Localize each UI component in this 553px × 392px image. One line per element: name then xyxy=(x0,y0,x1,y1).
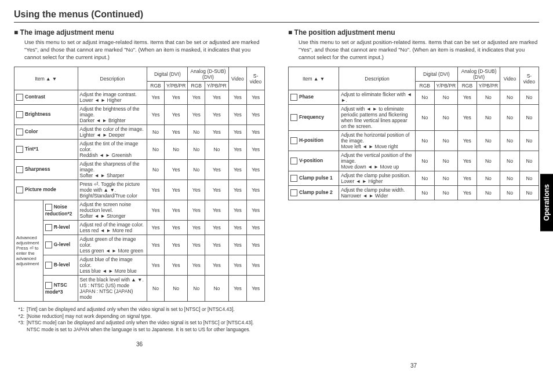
g-level-icon xyxy=(45,241,52,248)
image-menu-intro: Use this menu to set or adjust image-rel… xyxy=(24,39,265,61)
picture-mode-icon xyxy=(16,186,23,193)
position-menu-table: Item ▲ ▼ Description Digital (DVI) Analo… xyxy=(288,67,539,200)
b-level-icon xyxy=(45,262,52,269)
col-svideo: S-video xyxy=(519,67,539,90)
table-row: H-positionAdjust the horizontal position… xyxy=(289,131,539,151)
right-column: The position adjustment menu Use this me… xyxy=(288,28,539,369)
hpos-icon xyxy=(290,137,297,144)
image-menu-table: Item ▲ ▼ Description Digital (DVI) Analo… xyxy=(14,67,265,302)
table-header-row: Item ▲ ▼ Description Digital (DVI) Analo… xyxy=(289,67,539,82)
table-row: SharpnessAdjust the sharpness of the ima… xyxy=(14,160,265,180)
table-row: ContrastAdjust the image contrast.Lower … xyxy=(14,90,265,105)
phase-icon xyxy=(290,94,297,101)
vpos-icon xyxy=(290,157,297,164)
image-menu-heading: The image adjustment menu xyxy=(14,28,265,36)
position-menu-heading: The position adjustment menu xyxy=(288,28,539,36)
table-row: V-positionAdjust the vertical position o… xyxy=(289,151,539,171)
table-row: PhaseAdjust to eliminate flicker with ◄ … xyxy=(289,90,539,105)
clamp2-icon xyxy=(290,189,297,196)
table-row: B-levelAdjust blue of the image color.Le… xyxy=(14,255,265,276)
left-column: The image adjustment menu Use this menu … xyxy=(14,28,265,369)
col-video: Video xyxy=(228,67,247,90)
frequency-icon xyxy=(290,114,297,121)
color-icon xyxy=(16,129,23,135)
table-row: Clamp pulse 2Adjust the clamp pulse widt… xyxy=(289,186,539,200)
clamp1-icon xyxy=(290,175,297,182)
contrast-icon xyxy=(16,94,23,101)
table-row: Picture modePress ⏎. Toggle the picture … xyxy=(14,180,265,200)
col-dsub: Analog (D-SUB)(DVI) xyxy=(458,67,500,82)
table-row: G-levelAdjust green of the image color.L… xyxy=(14,235,265,255)
sharpness-icon xyxy=(16,166,23,173)
table-row: Advanced adjustmentPress ⏎ to enter the … xyxy=(14,200,265,221)
section-tab-operations: Operations xyxy=(540,174,553,231)
col-dvi: Digital (DVI) xyxy=(415,67,457,82)
r-level-icon xyxy=(45,224,52,231)
table-row: FrequencyAdjust with ◄ ► to eliminate pe… xyxy=(289,105,539,131)
col-desc: Description xyxy=(339,67,416,90)
table-header-row: Item ▲ ▼ Description Digital (DVI) Analo… xyxy=(14,67,265,82)
position-menu-intro: Use this menu to set or adjust position-… xyxy=(299,39,539,61)
table-row: R-levelAdjust red of the image color.Les… xyxy=(14,221,265,235)
table-row: Tint*1Adjust the tint of the image color… xyxy=(14,140,265,160)
brightness-icon xyxy=(16,111,23,118)
ntsc-icon xyxy=(45,282,52,289)
col-item: Item ▲ ▼ xyxy=(14,67,78,90)
page-title: Using the menus (Continued) xyxy=(14,9,539,23)
col-dsub: Analog (D-SUB)(DVI) xyxy=(188,67,228,82)
col-dvi: Digital (DVI) xyxy=(147,67,188,82)
advanced-adjustment-cell: Advanced adjustmentPress ⏎ to enter the … xyxy=(14,200,43,302)
table-row: NTSC mode*3Set the black level with ▲ ▼.… xyxy=(14,276,265,302)
table-row: ColorAdjust the color of the image.Light… xyxy=(14,125,265,140)
footnotes: *1:[Tint] can be displayed and adjusted … xyxy=(14,306,265,333)
col-desc: Description xyxy=(78,67,147,90)
col-svideo: S-video xyxy=(247,67,265,90)
tint-icon xyxy=(16,146,23,153)
col-video: Video xyxy=(500,67,520,90)
page-number-right: 37 xyxy=(288,362,539,369)
table-row: Clamp pulse 1Adjust the clamp pulse posi… xyxy=(289,171,539,186)
table-row: BrightnessAdjust the brightness of the i… xyxy=(14,105,265,125)
page-number-left: 36 xyxy=(14,341,265,347)
noise-icon xyxy=(45,204,52,211)
col-item: Item ▲ ▼ xyxy=(289,67,339,90)
